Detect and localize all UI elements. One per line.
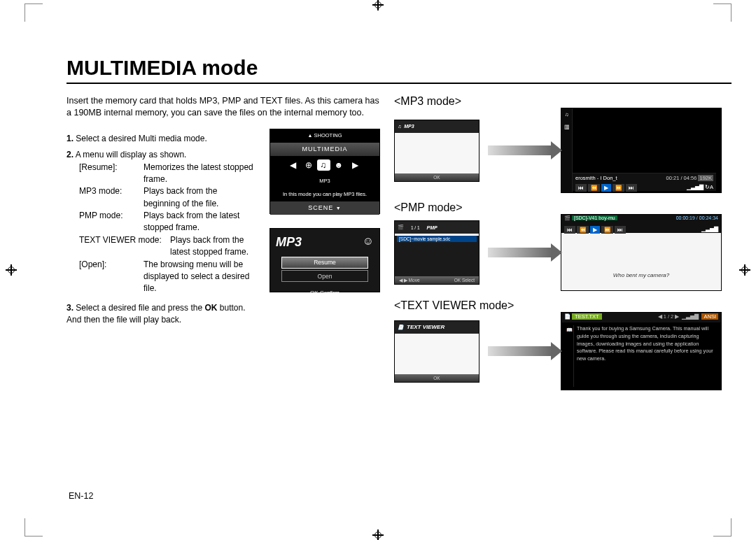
track-title: erosmith - I Don_t: [575, 175, 617, 181]
pmp-time: 00:00:19 / 00:24:34: [676, 215, 718, 220]
label-pmp: <PMP mode>: [394, 201, 732, 214]
menu-band: MULTIMEDIA: [270, 143, 379, 156]
confirm-hint: OK Confirm: [270, 283, 379, 299]
pmp-move: ◀ ▶ Move: [399, 278, 420, 283]
menu-down-label: SCENE: [270, 201, 379, 215]
ok-hint: OK: [433, 376, 440, 381]
row-txt: <TEXT VIEWER mode> 📄TEXT VIEWER OK 📄 TES…: [394, 299, 732, 390]
lcd-txt-entry: 📄TEXT VIEWER OK: [394, 320, 479, 383]
def-resume-k: [Resume]:: [79, 162, 136, 173]
play-icon: ▶: [601, 184, 611, 192]
headphone-icon: ☺: [363, 233, 374, 249]
pmp-count: 1 / 1: [411, 225, 420, 230]
menu-desc: In this mode you can play MP3 files.: [270, 188, 379, 201]
def-open-v: The browsing menu will be displayed to s…: [144, 259, 254, 295]
fwd-icon: ⏩: [601, 226, 613, 234]
lcd-txt-viewing: 📄 TEST.TXT ANSI ◀ 1 / 2 ▶ ▁▃▅▇ 📖 Thank y…: [561, 312, 722, 390]
player-controls: ⏮⏪▶⏩⏭ ▁▃▅▇ ↻A: [575, 184, 713, 192]
definitions: [Resume]: Memorizes the latest stopped f…: [79, 162, 254, 234]
def-pmp-k: PMP mode:: [79, 210, 136, 222]
txt-page: ◀ 1 / 2 ▶ ▁▃▅▇: [658, 313, 699, 320]
def-open-k: [Open]:: [79, 259, 136, 271]
text-icon: 📄: [564, 313, 570, 320]
option-resume: Resume: [281, 257, 368, 269]
step-2-num: 2.: [66, 150, 74, 159]
label-txt: <TEXT VIEWER mode>: [394, 299, 732, 312]
track-bitrate: 192K: [698, 175, 713, 181]
txt-encoding: ANSI: [701, 313, 718, 320]
def-pmp-v: Plays back from the latest stopped frame…: [144, 210, 254, 234]
step-3a: Select a desired file and press the: [76, 303, 204, 313]
def-txt-k: TEXT VIEWER mode:: [79, 234, 169, 246]
repeat-icon: ↻A: [705, 184, 713, 190]
book-icon: 📖: [566, 327, 573, 333]
vol-icon: ▁▃▅▇: [701, 226, 718, 232]
next-icon: ⏭: [615, 226, 626, 234]
lcd-mp3-entry: ♫MP3 OK: [394, 120, 479, 182]
step-3-num: 3.: [66, 303, 74, 313]
battery-icon: ▥: [564, 124, 570, 130]
row-pmp: <PMP mode> 🎬 1 / 1 PMP [SDC]~movie sampl…: [394, 201, 732, 291]
pmp-caption: Who bent my camera?: [561, 233, 721, 290]
crop-mark: [713, 3, 732, 22]
vol-icon: ▁▃▅▇: [687, 184, 704, 190]
rew-icon: ⏪: [577, 226, 589, 234]
txt-body: Thank you for buying a Samsung Camera. T…: [577, 325, 713, 362]
mp3-hdr: MP3: [404, 124, 414, 129]
definitions-wide: TEXT VIEWER mode: Plays back from the la…: [79, 234, 254, 259]
crop-mark: [713, 518, 732, 537]
track-time: 00:21 / 04:56: [666, 175, 697, 181]
pmp-file2: [SDC]-V41 boy-mu: [572, 215, 617, 220]
page-title: MULTIMEDIA mode: [66, 56, 732, 84]
movie-icon: 🎬: [398, 225, 404, 230]
def-mp3-k: MP3 mode:: [79, 185, 136, 197]
pmp-label: PMP: [427, 225, 438, 230]
prev-icon: ⏮: [575, 184, 587, 192]
def-resume-v: Memorizes the latest stopped frame.: [144, 162, 254, 186]
menu-icons: ◀ ⊕ ♫ ☻ ▶: [270, 156, 379, 175]
registration-mark: [372, 530, 384, 540]
menu-up-label: SHOOTING: [270, 129, 379, 143]
step-2: A menu will display as shown.: [76, 150, 187, 159]
registration-mark: [372, 0, 384, 10]
pmp-select: OK Select: [454, 276, 475, 284]
step-1-num: 1.: [66, 134, 74, 143]
arrow-icon: [488, 346, 552, 356]
text-icon: 📄: [398, 325, 404, 330]
signal-icon: ▁▃▅▇: [682, 313, 699, 320]
arrow-icon: [488, 248, 552, 257]
screen-multimedia-menu: SHOOTING MULTIMEDIA ◀ ⊕ ♫ ☻ ▶ MP3 In thi…: [270, 129, 380, 214]
music-icon: ♫: [565, 111, 569, 118]
lcd-mp3-playing: ♫▥ erosmith - I Don_t 00:21 / 04:56 192K…: [561, 108, 722, 193]
row-mp3: <MP3 mode> ♫MP3 OK ♫▥ erosmith - I Don_t: [394, 95, 732, 193]
lcd-pmp-playing: 🎬 [SDC]-V41 boy-mu00:00:19 / 00:24:34 ⏮⏪…: [561, 214, 722, 291]
intro-text: Insert the memory card that holds MP3, P…: [66, 95, 382, 119]
music-icon: ♫: [398, 124, 401, 129]
registration-mark: [6, 264, 17, 276]
menu-sub-label: MP3: [270, 175, 379, 188]
movie-icon: 🎬: [564, 215, 570, 220]
rew-icon: ⏪: [588, 184, 600, 192]
def-txt-v: Plays back from the latest stopped frame…: [170, 234, 254, 259]
page-number: EN-12: [69, 491, 93, 501]
option-open: Open: [281, 270, 368, 282]
txt-hdr: TEXT VIEWER: [407, 324, 444, 330]
step-1: Select a desired Multi media mode.: [76, 134, 206, 143]
ok-hint: OK: [433, 175, 440, 180]
crop-mark: [24, 3, 43, 22]
ok-label: OK: [204, 303, 217, 313]
registration-mark: [739, 264, 750, 276]
mp3-logo: MP3☺: [270, 229, 379, 255]
def-mp3-v: Plays back from the beginning of the fil…: [144, 185, 254, 210]
next-icon: ⏭: [626, 184, 637, 192]
screen-mp3-resume: MP3☺ Resume Open OK Confirm: [270, 228, 380, 292]
pmp-file: [SDC]~movie sample.sdc: [397, 236, 477, 242]
txt-filename: TEST.TXT: [572, 313, 602, 320]
definitions-open: [Open]: The browsing menu will be displa…: [79, 259, 254, 295]
crop-mark: [24, 518, 43, 537]
arrow-icon: [488, 145, 552, 155]
label-mp3: <MP3 mode>: [394, 95, 732, 108]
fwd-icon: ⏩: [612, 184, 624, 192]
prev-icon: ⏮: [564, 226, 575, 234]
play-icon: ▶: [590, 226, 600, 234]
